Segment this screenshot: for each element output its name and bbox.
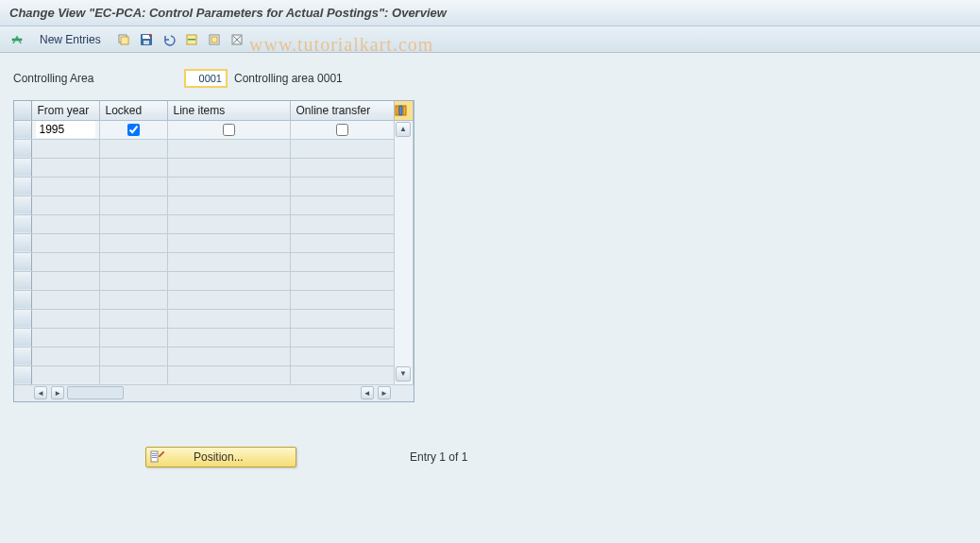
row-selector[interactable] <box>14 290 31 309</box>
svg-rect-3 <box>121 37 128 44</box>
position-label: Position... <box>194 450 244 464</box>
column-config-icon[interactable] <box>394 101 413 120</box>
cell-line-items <box>167 120 290 139</box>
col-online-transfer[interactable]: Online transfer <box>290 101 394 120</box>
row-selector[interactable] <box>14 158 31 177</box>
svg-rect-15 <box>396 106 398 115</box>
page-title: Change View "EC-PCA: Control Parameters … <box>9 6 447 20</box>
table-row <box>14 365 413 384</box>
position-button[interactable]: Position... <box>145 447 296 467</box>
line-items-checkbox[interactable] <box>223 124 235 136</box>
entry-status: Entry 1 of 1 <box>410 450 467 464</box>
from-year-input[interactable] <box>36 121 95 138</box>
online-transfer-checkbox[interactable] <box>336 124 348 136</box>
svg-rect-6 <box>144 41 149 44</box>
row-selector[interactable] <box>14 233 31 252</box>
table-row <box>14 290 413 309</box>
row-selector[interactable] <box>14 195 31 214</box>
table-row <box>14 233 413 252</box>
cell-locked <box>99 120 167 139</box>
table-row <box>14 195 413 214</box>
locked-checkbox[interactable] <box>127 124 140 136</box>
row-selector[interactable] <box>14 252 31 271</box>
table-row <box>14 347 413 365</box>
scroll-left-icon[interactable]: ◄ <box>34 386 47 399</box>
controlling-area-row: Controlling Area Controlling area 0001 <box>13 70 967 87</box>
row-selector[interactable] <box>14 365 31 384</box>
svg-rect-5 <box>143 35 150 39</box>
col-from-year[interactable]: From year <box>31 101 99 120</box>
row-selector[interactable] <box>14 309 31 328</box>
save-icon[interactable] <box>137 30 156 49</box>
svg-rect-11 <box>211 37 217 42</box>
table-row <box>14 158 413 177</box>
toolbar: New Entries <box>0 26 980 53</box>
svg-rect-20 <box>152 455 157 456</box>
col-locked[interactable]: Locked <box>99 101 167 120</box>
title-bar: Change View "EC-PCA: Control Parameters … <box>0 0 980 26</box>
table-row <box>14 328 413 347</box>
row-selector-header[interactable] <box>14 101 31 120</box>
select-all-icon[interactable] <box>182 30 201 49</box>
table-row <box>14 214 413 233</box>
cell-from-year <box>31 120 99 139</box>
vertical-scrollbar[interactable]: ▲ ▼ <box>394 120 413 384</box>
controlling-area-label: Controlling Area <box>13 72 185 85</box>
table-row <box>14 252 413 271</box>
row-selector[interactable] <box>14 120 31 139</box>
table-row: ▲ ▼ <box>14 120 413 139</box>
row-selector[interactable] <box>14 347 31 365</box>
horizontal-scrollbar[interactable]: ◄ ► ◄ ► <box>14 384 413 401</box>
undo-icon[interactable] <box>160 30 178 49</box>
row-selector[interactable] <box>14 271 31 290</box>
scroll-up-icon[interactable]: ▲ <box>396 122 411 137</box>
grid-container: From year Locked Line items Online trans… <box>13 100 414 402</box>
controlling-area-input[interactable] <box>185 70 227 87</box>
col-line-items[interactable]: Line items <box>167 101 290 120</box>
svg-rect-7 <box>149 34 151 37</box>
deselect-icon[interactable] <box>228 30 246 49</box>
table-row <box>14 177 413 195</box>
grid-header-row: From year Locked Line items Online trans… <box>14 101 413 120</box>
copy-icon[interactable] <box>114 30 133 49</box>
controlling-area-description: Controlling area 0001 <box>234 72 343 85</box>
cell-online-transfer <box>290 120 394 139</box>
scroll-track[interactable] <box>67 386 124 399</box>
footer: Position... Entry 1 of 1 <box>13 447 967 467</box>
svg-rect-21 <box>152 457 157 458</box>
new-entries-button[interactable]: New Entries <box>32 30 109 49</box>
svg-rect-9 <box>188 39 195 41</box>
scroll-first-icon[interactable]: ◄ <box>361 386 374 399</box>
parameters-grid: From year Locked Line items Online trans… <box>14 101 414 401</box>
svg-rect-18 <box>151 451 158 462</box>
row-selector[interactable] <box>14 177 31 195</box>
table-row <box>14 309 413 328</box>
table-row <box>14 271 413 290</box>
svg-rect-17 <box>403 106 406 115</box>
svg-rect-19 <box>152 453 157 454</box>
scroll-last-icon[interactable]: ► <box>378 386 391 399</box>
scroll-down-icon[interactable]: ▼ <box>396 366 411 382</box>
scroll-right-icon[interactable]: ► <box>51 386 64 399</box>
subset-icon[interactable] <box>205 30 224 49</box>
row-selector[interactable] <box>14 214 31 233</box>
table-row <box>14 139 413 158</box>
svg-rect-16 <box>399 106 402 115</box>
content-area: Controlling Area Controlling area 0001 F… <box>0 53 980 477</box>
row-selector[interactable] <box>14 328 31 347</box>
position-icon <box>150 450 165 464</box>
row-selector[interactable] <box>14 139 31 158</box>
toggle-icon[interactable] <box>8 30 26 49</box>
